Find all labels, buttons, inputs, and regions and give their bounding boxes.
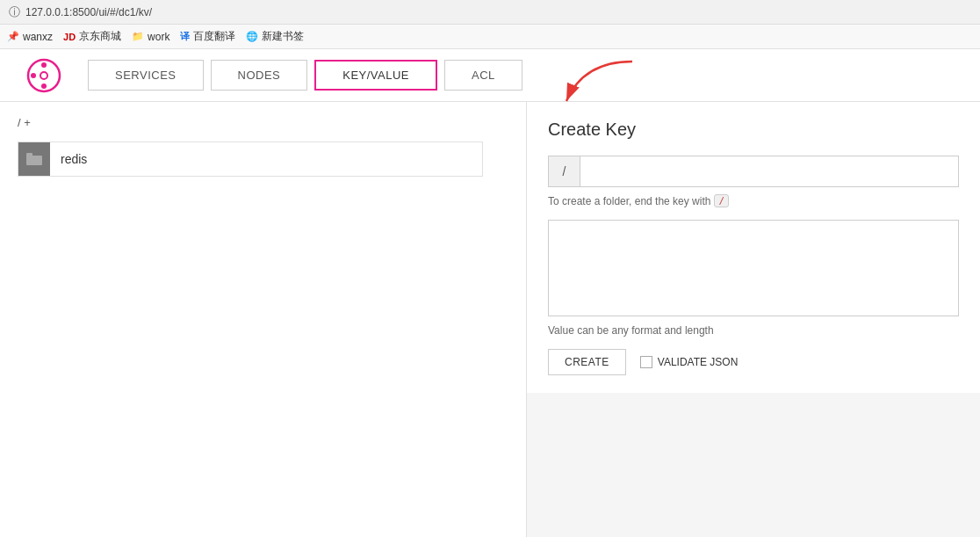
- bookmark-label-work: work: [148, 31, 169, 43]
- create-button[interactable]: CREATE: [548, 349, 626, 375]
- bookmark-label-baidu: 百度翻译: [193, 29, 235, 44]
- hint-text-label: To create a folder, end the key with: [548, 195, 710, 207]
- bookmark-newbookmark[interactable]: 🌐 新建书签: [246, 29, 304, 44]
- bookmark-icon-work: 📁: [132, 31, 144, 42]
- bookmark-icon-baidu: 译: [180, 30, 190, 43]
- bookmark-label-newbookmark: 新建书签: [262, 29, 304, 44]
- actions-row: CREATE VALIDATE JSON: [548, 349, 959, 375]
- value-hint: Value can be any format and length: [548, 324, 959, 337]
- bookmark-label-wanxz: wanxz: [23, 31, 53, 43]
- bookmark-jd[interactable]: JD 京东商城: [63, 29, 121, 44]
- nav-acl-button[interactable]: ACL: [444, 60, 522, 91]
- hint-text: To create a folder, end the key with /: [548, 194, 959, 207]
- validate-row: VALIDATE JSON: [640, 356, 739, 368]
- browser-bar: ⓘ 127.0.0.1:8500/ui/#/dc1/kv/: [0, 0, 980, 25]
- create-key-panel: Create Key / To create a folder, end the…: [527, 102, 980, 393]
- bookmark-work[interactable]: 📁 work: [132, 31, 169, 43]
- svg-point-3: [41, 83, 47, 89]
- key-input-row: /: [548, 156, 959, 187]
- app-logo: [18, 58, 70, 93]
- svg-point-2: [41, 62, 47, 68]
- breadcrumb: / +: [18, 116, 508, 129]
- folder-list-item[interactable]: redis: [18, 142, 483, 177]
- key-prefix: /: [549, 156, 580, 186]
- svg-point-1: [40, 72, 47, 79]
- nav-nodes-button[interactable]: NODES: [211, 60, 308, 91]
- validate-checkbox[interactable]: [640, 356, 652, 368]
- validate-label: VALIDATE JSON: [658, 356, 739, 368]
- hint-badge: /: [714, 194, 729, 207]
- bookmarks-bar: 📌 wanxz JD 京东商城 📁 work 译 百度翻译 🌐 新建书签: [0, 25, 980, 49]
- folder-icon: [18, 142, 50, 176]
- url-display: 127.0.0.1:8500/ui/#/dc1/kv/: [25, 6, 152, 18]
- right-panel: Create Key / To create a folder, end the…: [527, 102, 980, 537]
- svg-rect-6: [26, 153, 32, 157]
- nav-services-button[interactable]: SERVICES: [88, 60, 204, 91]
- main-content: / + redis Create Key: [0, 102, 980, 537]
- bookmark-wanxz[interactable]: 📌 wanxz: [7, 31, 53, 43]
- key-input[interactable]: [580, 160, 958, 184]
- nav-buttons: SERVICES NODES KEY/VALUE ACL: [88, 60, 522, 91]
- bookmark-label-jd: 京东商城: [79, 29, 121, 44]
- breadcrumb-text[interactable]: / +: [18, 116, 31, 129]
- bookmark-icon-jd: JD: [63, 32, 76, 42]
- create-key-title: Create Key: [548, 120, 959, 140]
- bookmark-icon-wanxz: 📌: [7, 31, 19, 42]
- bookmark-baidu[interactable]: 译 百度翻译: [180, 29, 235, 44]
- svg-point-4: [31, 73, 36, 78]
- folder-name: redis: [50, 145, 482, 173]
- nav-bar: SERVICES NODES KEY/VALUE ACL: [0, 49, 980, 102]
- value-textarea[interactable]: [548, 220, 959, 316]
- left-panel: / + redis: [0, 102, 527, 537]
- app-container: SERVICES NODES KEY/VALUE ACL / +: [0, 49, 980, 537]
- info-icon: ⓘ: [9, 4, 20, 20]
- bookmark-icon-newbookmark: 🌐: [246, 31, 258, 42]
- nav-keyvalue-button[interactable]: KEY/VALUE: [314, 60, 437, 91]
